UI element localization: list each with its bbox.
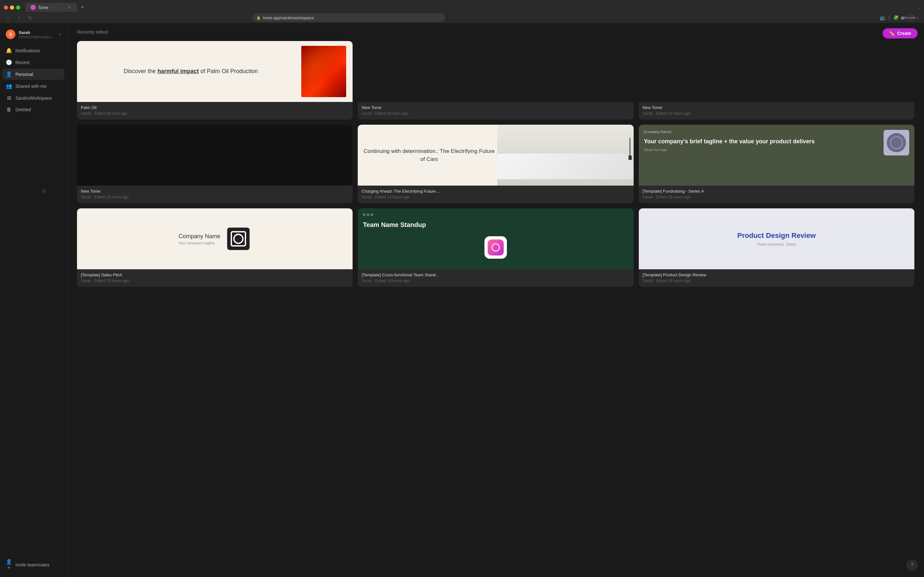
card-preview bbox=[77, 125, 352, 185]
card-preview bbox=[639, 41, 914, 102]
standup-title: Team Name Standup bbox=[363, 221, 426, 229]
card-meta: Sarah · Edited 18 hours ago bbox=[643, 111, 911, 116]
help-button[interactable]: ? bbox=[907, 560, 918, 571]
standup-logo bbox=[485, 236, 507, 259]
card-fundraising[interactable]: [Company Name] Your company's brief tagl… bbox=[639, 125, 914, 203]
tagline-text: Your company's brief tagline + the value… bbox=[644, 137, 880, 145]
sidebar-item-shared[interactable]: 👥 Shared with me bbox=[3, 81, 65, 92]
user-section[interactable]: S Sarah 8263e52a@moodjoy.c... ∨ bbox=[3, 27, 65, 42]
card-title: New Tome bbox=[362, 105, 630, 110]
card-meta: Sarah · Edited 19 hours ago bbox=[643, 279, 911, 283]
sidebar-item-label: Recent bbox=[15, 60, 29, 65]
bell-icon: 🔔 bbox=[6, 47, 12, 53]
section-header: Recently edited bbox=[77, 29, 914, 35]
tab-favicon bbox=[31, 5, 36, 10]
card-product-design[interactable]: Product Design Review [Team members] · [… bbox=[639, 208, 914, 287]
sidebar-item-label: Deleted bbox=[15, 107, 31, 112]
card-new-tome-1[interactable]: New Tome Sarah · Edited 40 mins ago bbox=[358, 41, 633, 119]
url-bar[interactable]: 🔒 tome.app/sarahsworkspace bbox=[252, 13, 445, 22]
clock-icon: 🕐 bbox=[6, 59, 12, 65]
sales-text: Company Name Your company's tagline bbox=[179, 233, 220, 245]
card-preview: Team Name Standup bbox=[358, 208, 633, 269]
card-preview: [Company Name] Your company's brief tagl… bbox=[639, 125, 914, 185]
sidebar-item-label: Shared with me bbox=[15, 84, 47, 89]
card-sales-pitch[interactable]: Company Name Your company's tagline [Tem… bbox=[77, 208, 352, 287]
menu-icon[interactable]: ⋮ bbox=[916, 15, 920, 20]
card-palm-oil[interactable]: Discover the harmful impact of Palm Oil … bbox=[77, 41, 352, 119]
avatar: S bbox=[6, 29, 15, 39]
card-new-tome-2[interactable]: New Tome Sarah · Edited 18 hours ago bbox=[639, 41, 914, 119]
create-button[interactable]: ✏️ Create bbox=[883, 28, 918, 39]
card-meta: Sarah · Edited 18 hours ago bbox=[81, 195, 349, 199]
person-icon: 👤 bbox=[6, 71, 12, 77]
card-info: New Tome Sarah · Edited 18 hours ago bbox=[639, 102, 914, 119]
product-design-sub: [Team members] · [Date] bbox=[757, 242, 796, 246]
sidebar-item-deleted[interactable]: 🗑 Deleted bbox=[3, 104, 65, 115]
reload-button[interactable]: ↻ bbox=[26, 13, 34, 22]
svg-rect-3 bbox=[237, 237, 240, 240]
card-title: [Template] Product Design Review bbox=[643, 272, 911, 277]
invite-teammates-button[interactable]: 👤+ Invite teammates bbox=[3, 556, 65, 573]
card-title: New Tome bbox=[643, 105, 911, 110]
profile-icon[interactable]: Incognito bbox=[907, 14, 914, 21]
tab-bar: Tome ✕ + ⌄ bbox=[0, 0, 924, 12]
card-title: [Template] Cross-functional Team Stand..… bbox=[362, 272, 630, 277]
sidebar-item-notifications[interactable]: 🔔 Notifications bbox=[3, 45, 65, 56]
forward-button[interactable]: › bbox=[15, 13, 23, 22]
product-design-title: Product Design Review bbox=[737, 231, 816, 240]
card-info: [Template] Product Design Review Sarah ·… bbox=[639, 269, 914, 287]
active-tab[interactable]: Tome ✕ bbox=[25, 3, 77, 12]
sub-text: Visual Your logo bbox=[644, 148, 880, 152]
tab-title: Tome bbox=[38, 5, 48, 10]
sidebar-item-recent[interactable]: 🕐 Recent bbox=[3, 57, 65, 68]
address-bar: ‹ › ↻ 🔒 tome.app/sarahsworkspace 📺 ☆ 🧩 ▣… bbox=[0, 12, 924, 23]
cast-icon: 📺 bbox=[880, 15, 885, 20]
car-preview-text: Continuing with determination.: The Elec… bbox=[358, 147, 497, 163]
back-button[interactable]: ‹ bbox=[4, 13, 12, 22]
card-info: New Tome Sarah · Edited 18 hours ago bbox=[77, 185, 352, 203]
url-text: tome.app/sarahsworkspace bbox=[263, 15, 314, 20]
sidebar-item-workspace[interactable]: ⊞ SarahsWorkspace bbox=[3, 92, 65, 103]
card-info: [Template] Sales Pitch Sarah · Edited 19… bbox=[77, 269, 352, 287]
card-charging-ahead[interactable]: Continuing with determination.: The Elec… bbox=[358, 125, 633, 203]
create-label: Create bbox=[897, 31, 911, 36]
fundraising-logo bbox=[884, 130, 909, 155]
car-scene bbox=[497, 125, 634, 185]
sidebar-item-label: Notifications bbox=[15, 48, 40, 53]
section-title: Recently edited bbox=[77, 29, 108, 35]
card-title: Charging Ahead: The Electrifying Future … bbox=[362, 189, 630, 193]
bookmark-icon[interactable]: ☆ bbox=[887, 15, 891, 20]
sidebar-item-label: Personal bbox=[15, 72, 33, 77]
card-title: [Template] Fundraising - Series A bbox=[643, 189, 911, 193]
new-tab-button[interactable]: + bbox=[78, 3, 87, 12]
extensions-icon[interactable]: 🧩 bbox=[893, 15, 899, 20]
card-new-tome-3[interactable]: New Tome Sarah · Edited 18 hours ago bbox=[77, 125, 352, 203]
fundraising-content: [Company Name] Your company's brief tagl… bbox=[644, 130, 880, 152]
card-title: [Template] Sales Pitch bbox=[81, 272, 349, 277]
traffic-lights bbox=[4, 5, 20, 10]
edit-icon: ✏️ bbox=[889, 31, 895, 36]
card-meta: Sarah · Edited 28 mins ago bbox=[81, 111, 349, 116]
grid-icon: ⊞ bbox=[6, 95, 12, 101]
close-window-button[interactable] bbox=[4, 5, 8, 10]
card-meta: Sarah · Edited 19 hours ago bbox=[81, 279, 349, 283]
app-layout: S Sarah 8263e52a@moodjoy.c... ∨ 🔔 Notifi… bbox=[0, 23, 924, 577]
tab-close-button[interactable]: ✕ bbox=[67, 5, 71, 10]
minimize-window-button[interactable] bbox=[10, 5, 14, 10]
sales-logo-icon bbox=[226, 226, 251, 251]
user-info: Sarah 8263e52a@moodjoy.c... bbox=[19, 30, 55, 39]
chevron-down-icon: ∨ bbox=[58, 32, 61, 37]
maximize-window-button[interactable] bbox=[16, 5, 20, 10]
standup-dots bbox=[363, 213, 373, 216]
add-person-icon: 👤+ bbox=[6, 559, 12, 571]
card-info: New Tome Sarah · Edited 40 mins ago bbox=[358, 102, 633, 119]
card-info: [Template] Fundraising - Series A Sarah … bbox=[639, 185, 914, 203]
card-info: Charging Ahead: The Electrifying Future … bbox=[358, 185, 633, 203]
user-name: Sarah bbox=[19, 30, 55, 35]
logo-circle bbox=[887, 133, 906, 152]
card-standup[interactable]: Team Name Standup [Template] Cross-funct… bbox=[358, 208, 633, 287]
preview-text: Discover the harmful impact of Palm Oil … bbox=[83, 67, 301, 75]
sidebar-item-label: SarahsWorkspace bbox=[15, 95, 52, 101]
sidebar-item-personal[interactable]: 👤 Personal bbox=[3, 69, 65, 80]
card-preview: Discover the harmful impact of Palm Oil … bbox=[77, 41, 352, 102]
